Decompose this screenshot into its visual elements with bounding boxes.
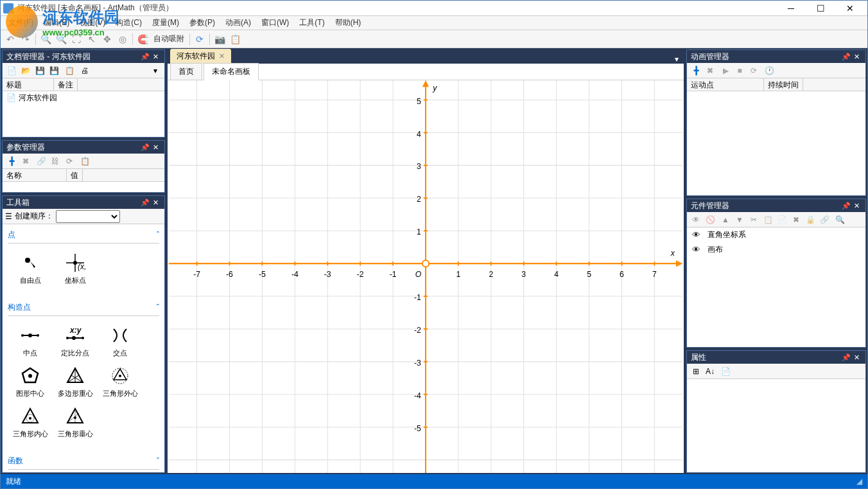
cut-icon[interactable]: ✂ <box>747 213 760 226</box>
pin-icon[interactable]: 📌 <box>140 142 150 152</box>
order-select[interactable] <box>56 210 120 223</box>
menu-param[interactable]: 参数(P) <box>184 16 220 30</box>
tool-shape-center[interactable]: 图形中心 <box>8 362 53 402</box>
close-button[interactable]: ✕ <box>835 1 865 16</box>
search-comp-icon[interactable]: 🔍 <box>833 213 846 226</box>
refresh-param-icon[interactable]: ⟳ <box>63 155 76 168</box>
paste-icon[interactable]: 📄 <box>776 213 788 226</box>
pin-icon[interactable]: 📌 <box>841 352 851 362</box>
menu-tools[interactable]: 工具(T) <box>294 16 329 30</box>
menu-measure[interactable]: 度量(M) <box>147 16 184 30</box>
collapse-icon[interactable]: ˆ <box>157 231 159 240</box>
lock-icon[interactable]: 🔒 <box>804 213 817 226</box>
clock-icon[interactable]: 🕐 <box>763 64 776 77</box>
close-panel-icon[interactable]: ✕ <box>150 142 161 152</box>
unlink-icon[interactable]: ⛓ <box>49 155 62 168</box>
close-panel-icon[interactable]: ✕ <box>851 51 862 62</box>
link-icon[interactable]: 🔗 <box>35 155 48 168</box>
page-icon[interactable]: 📋 <box>63 64 76 77</box>
layer-up-icon[interactable]: ▲ <box>719 213 732 226</box>
delete-comp-icon[interactable]: ✖ <box>790 213 803 226</box>
add-anim-icon[interactable]: ╋ <box>690 64 702 77</box>
menu-window[interactable]: 窗口(W) <box>256 16 294 30</box>
tab-dropdown-icon[interactable]: ▾ <box>670 55 684 64</box>
menu-file[interactable]: 文件(F) <box>3 16 39 30</box>
tool-midpoint[interactable]: 中点 <box>8 321 53 362</box>
maximize-button[interactable]: ☐ <box>806 1 835 16</box>
pin-icon[interactable]: 📌 <box>841 51 851 62</box>
magnet-icon[interactable]: 🧲 <box>135 32 150 46</box>
zoom-in-icon[interactable]: 🔍 <box>39 32 53 46</box>
canvas[interactable]: x y O -7-6-5 -4-3-2 -112 345 67 543 21 <box>168 80 684 473</box>
select-icon[interactable]: ↖ <box>85 32 99 46</box>
resize-grip-icon[interactable]: ◢ <box>856 477 862 486</box>
tool-free-point[interactable]: 自由点 <box>8 249 53 289</box>
target-icon[interactable]: ◎ <box>116 32 130 46</box>
tool-circumcenter[interactable]: 三角形外心 <box>98 362 143 402</box>
tool-intersection[interactable]: 交点 <box>98 321 143 362</box>
tool-incenter[interactable]: 三角形内心 <box>8 402 53 443</box>
prop-page-icon[interactable]: 📄 <box>719 365 732 378</box>
sort-az-icon[interactable]: A↓ <box>704 365 716 378</box>
save-icon[interactable]: 💾 <box>33 64 46 77</box>
component-row[interactable]: 👁 直角坐标系 <box>687 227 865 242</box>
tool-coord-point[interactable]: (x,y) 坐标点 <box>53 249 98 289</box>
pin-icon[interactable]: 📌 <box>140 51 150 62</box>
collapse-icon[interactable]: ˆ <box>157 457 159 466</box>
doc-row[interactable]: 📄河东软件园 <box>3 91 164 104</box>
zoom-out-icon[interactable]: 🔍 <box>54 32 68 46</box>
close-panel-icon[interactable]: ✕ <box>851 200 862 211</box>
refresh-icon[interactable]: ⟳ <box>193 32 207 46</box>
view-mode-icon[interactable]: ☰ <box>5 212 12 221</box>
menu-view[interactable]: 视图(V) <box>74 16 110 30</box>
dropdown-icon[interactable]: ▾ <box>149 64 162 77</box>
new-doc-icon[interactable]: 📄 <box>5 64 18 77</box>
close-tab-icon[interactable]: ✕ <box>219 52 225 60</box>
save-as-icon[interactable]: 💾 <box>48 64 60 77</box>
category-view-icon[interactable]: ⊞ <box>690 365 702 378</box>
menu-construct[interactable]: 构造(C) <box>110 16 147 30</box>
copy-comp-icon[interactable]: 📋 <box>761 213 774 226</box>
doc-tab[interactable]: 河东软件园 ✕ <box>170 49 231 64</box>
camera-icon[interactable]: 📷 <box>213 32 227 46</box>
tool-polygon-centroid[interactable]: 多边形重心 <box>53 362 98 402</box>
minimize-button[interactable]: ─ <box>776 1 806 16</box>
redo-icon[interactable]: ↷ <box>19 32 33 46</box>
close-panel-icon[interactable]: ✕ <box>150 197 161 208</box>
undo-icon[interactable]: ↶ <box>3 32 17 46</box>
loop-icon[interactable]: ⟳ <box>747 64 760 77</box>
play-icon[interactable]: ▶ <box>719 64 732 77</box>
menu-help[interactable]: 帮助(H) <box>330 16 367 30</box>
menu-animation[interactable]: 动画(A) <box>220 16 256 30</box>
layer-down-icon[interactable]: ▼ <box>733 213 746 226</box>
close-panel-icon[interactable]: ✕ <box>851 352 862 362</box>
tool-ratio-point[interactable]: x:y 定比分点 <box>53 321 98 362</box>
hide-icon[interactable]: 🚫 <box>704 213 716 226</box>
ratio-point-icon: x:y <box>65 325 85 346</box>
close-panel-icon[interactable]: ✕ <box>150 51 161 62</box>
delete-param-icon[interactable]: ✖ <box>19 155 32 168</box>
coordinate-plane[interactable]: x y O -7-6-5 -4-3-2 -112 345 67 543 21 <box>168 80 684 473</box>
pin-icon[interactable]: 📌 <box>841 200 851 211</box>
link-comp-icon[interactable]: 🔗 <box>818 213 831 226</box>
fit-icon[interactable]: ⛶ <box>69 32 83 46</box>
page-tab-canvas[interactable]: 未命名画板 <box>204 63 259 80</box>
open-doc-icon[interactable]: 📂 <box>19 64 32 77</box>
visibility-icon[interactable]: 👁 <box>692 245 702 254</box>
component-row[interactable]: 👁 画布 <box>687 242 865 257</box>
add-param-icon[interactable]: ╋ <box>5 155 18 168</box>
copy-icon[interactable]: 📋 <box>228 32 242 46</box>
delete-anim-icon[interactable]: ✖ <box>704 64 716 77</box>
print-icon[interactable]: 🖨 <box>78 64 91 77</box>
eye-toggle-icon[interactable]: 👁 <box>690 213 702 226</box>
collapse-icon[interactable]: ˆ <box>157 303 159 312</box>
auto-snap-toggle[interactable]: 自动吸附 <box>151 33 187 44</box>
menu-edit[interactable]: 编辑(E) <box>39 16 74 30</box>
tool-orthocenter[interactable]: 三角形垂心 <box>53 402 98 443</box>
copy-param-icon[interactable]: 📋 <box>78 155 91 168</box>
visibility-icon[interactable]: 👁 <box>692 230 702 240</box>
page-tab-home[interactable]: 首页 <box>170 63 202 80</box>
stop-icon[interactable]: ■ <box>733 64 746 77</box>
pin-icon[interactable]: 📌 <box>140 197 150 208</box>
pan-icon[interactable]: ✥ <box>100 32 114 46</box>
